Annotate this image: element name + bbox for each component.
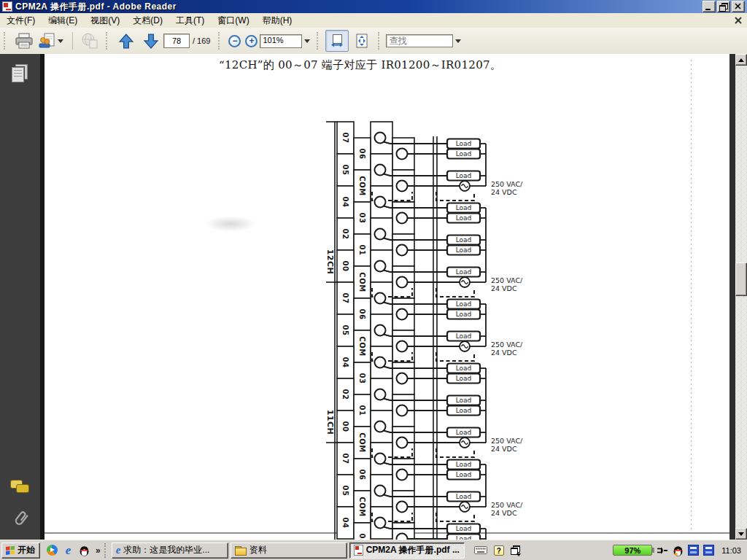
- scrollbar-thumb[interactable]: [735, 262, 747, 296]
- pages-panel-icon[interactable]: [12, 64, 28, 83]
- close-icon: [735, 3, 741, 9]
- page-total-label: / 169: [193, 36, 210, 45]
- svg-text:05: 05: [341, 325, 349, 336]
- tray-app-icon-2[interactable]: [703, 545, 714, 556]
- toolbar-grip: [218, 32, 222, 50]
- comments-panel-icon[interactable]: [10, 480, 29, 496]
- language-bar-restore-icon[interactable]: [511, 545, 521, 556]
- navigation-sidebar: [0, 54, 40, 540]
- svg-text:Load: Load: [456, 525, 472, 532]
- output-wiring-diagram: 070605COM0403020100COM070605COM040302010…: [325, 117, 543, 540]
- fit-page-icon: [355, 34, 368, 48]
- svg-text:Load: Load: [456, 332, 472, 340]
- svg-text:Load: Load: [456, 246, 472, 254]
- restore-button[interactable]: [717, 1, 730, 12]
- zoom-level-combo[interactable]: 101%: [260, 34, 302, 48]
- svg-text:Load: Load: [456, 397, 472, 404]
- start-button[interactable]: 开始: [1, 542, 40, 559]
- svg-text:00: 00: [341, 261, 349, 272]
- close-document-button[interactable]: [734, 16, 743, 25]
- close-button[interactable]: [732, 1, 745, 12]
- print-button[interactable]: [12, 30, 36, 52]
- previous-page-button[interactable]: [115, 30, 138, 52]
- battery-indicator[interactable]: 97%: [613, 545, 652, 556]
- scroll-down-button[interactable]: [735, 528, 747, 540]
- page-number-input[interactable]: [163, 34, 190, 48]
- task-button-folder[interactable]: 资料: [231, 542, 347, 559]
- zoom-out-button[interactable]: −: [228, 35, 241, 47]
- svg-text:07: 07: [341, 454, 349, 464]
- svg-text:04: 04: [341, 197, 349, 208]
- svg-text:250 VAC/: 250 VAC/: [491, 437, 523, 445]
- svg-text:Load: Load: [456, 375, 472, 382]
- svg-text:07: 07: [341, 293, 349, 304]
- dropdown-arrow-icon: [58, 39, 63, 43]
- page-background-gutter: [729, 54, 735, 540]
- ie-icon: e: [116, 545, 121, 556]
- svg-text:Load: Load: [456, 471, 472, 478]
- quick-launch-overflow-chevron[interactable]: »: [96, 545, 101, 556]
- svg-text:06: 06: [358, 149, 366, 160]
- svg-text:Load: Load: [456, 236, 472, 244]
- paperclip-icon: [13, 509, 31, 529]
- svg-text:04: 04: [341, 518, 349, 529]
- search-input[interactable]: [386, 34, 453, 47]
- menu-help[interactable]: 帮助(H): [256, 13, 299, 28]
- menu-document[interactable]: 文档(D): [126, 13, 169, 28]
- menu-edit[interactable]: 编辑(E): [42, 13, 84, 28]
- svg-text:COM: COM: [358, 336, 366, 356]
- next-page-button[interactable]: [139, 30, 163, 52]
- media-player-icon[interactable]: [46, 544, 58, 556]
- vertical-scrollbar[interactable]: [735, 54, 747, 540]
- task-button-pdf[interactable]: CPM2A 操作手册.pdf ...: [349, 542, 465, 559]
- online-services-button[interactable]: [78, 30, 101, 52]
- svg-text:05: 05: [341, 165, 349, 176]
- scroll-up-button[interactable]: [735, 54, 747, 66]
- svg-text:Load: Load: [456, 140, 472, 147]
- dropdown-arrow-icon: [516, 553, 521, 556]
- dropdown-arrow-icon: [304, 39, 310, 43]
- menu-view[interactable]: 视图(V): [84, 13, 126, 28]
- ac-power-plug-icon[interactable]: [657, 545, 668, 556]
- svg-text:24 VDC: 24 VDC: [491, 284, 517, 292]
- close-icon: [734, 16, 743, 25]
- pdf-app-icon: [2, 1, 12, 12]
- qq-icon[interactable]: [78, 544, 90, 556]
- zoom-in-button[interactable]: +: [245, 35, 258, 47]
- svg-text:24 VDC: 24 VDC: [491, 445, 517, 453]
- svg-text:02: 02: [341, 229, 349, 240]
- email-button[interactable]: [37, 30, 67, 52]
- dropdown-arrow-icon: [455, 39, 461, 43]
- tray-app-icon-1[interactable]: [688, 545, 699, 556]
- toolbar: / 169 − + 101%: [0, 28, 747, 55]
- fit-width-button[interactable]: [325, 30, 349, 52]
- attachments-panel-icon[interactable]: [13, 509, 31, 529]
- window-title: CPM2A 操作手册.pdf - Adobe Reader: [15, 1, 177, 13]
- svg-text:05: 05: [341, 486, 349, 497]
- menu-tools[interactable]: 工具(T): [169, 13, 211, 28]
- svg-text:12CH: 12CH: [325, 249, 335, 275]
- menu-window[interactable]: 窗口(W): [211, 13, 255, 28]
- fit-width-icon: [331, 34, 343, 47]
- fit-page-button[interactable]: [350, 30, 374, 52]
- svg-text:04: 04: [341, 357, 349, 368]
- svg-text:COM: COM: [358, 272, 366, 292]
- svg-text:01: 01: [358, 245, 366, 256]
- tray-clock: 11:03: [721, 546, 741, 555]
- help-icon[interactable]: ?: [494, 545, 504, 556]
- qq-tray-icon[interactable]: [673, 545, 684, 556]
- internet-explorer-icon[interactable]: e: [62, 544, 74, 556]
- svg-text:250 VAC/: 250 VAC/: [491, 276, 523, 284]
- keyboard-icon[interactable]: [474, 545, 487, 555]
- globe-document-icon: [81, 33, 98, 49]
- minimize-button[interactable]: [703, 1, 716, 12]
- svg-text:Load: Load: [456, 268, 472, 276]
- folder-icon: [235, 546, 247, 555]
- menu-file[interactable]: 文件(F): [0, 13, 42, 28]
- taskbar: 开始 e » e 求助：这是我的毕业..: [0, 540, 747, 560]
- svg-text:24 VDC: 24 VDC: [491, 509, 517, 517]
- language-bar: ?: [474, 545, 521, 556]
- svg-text:Load: Load: [456, 150, 472, 158]
- task-button-browser[interactable]: e 求助：这是我的毕业...: [112, 542, 228, 559]
- svg-text:250 VAC/: 250 VAC/: [491, 341, 523, 349]
